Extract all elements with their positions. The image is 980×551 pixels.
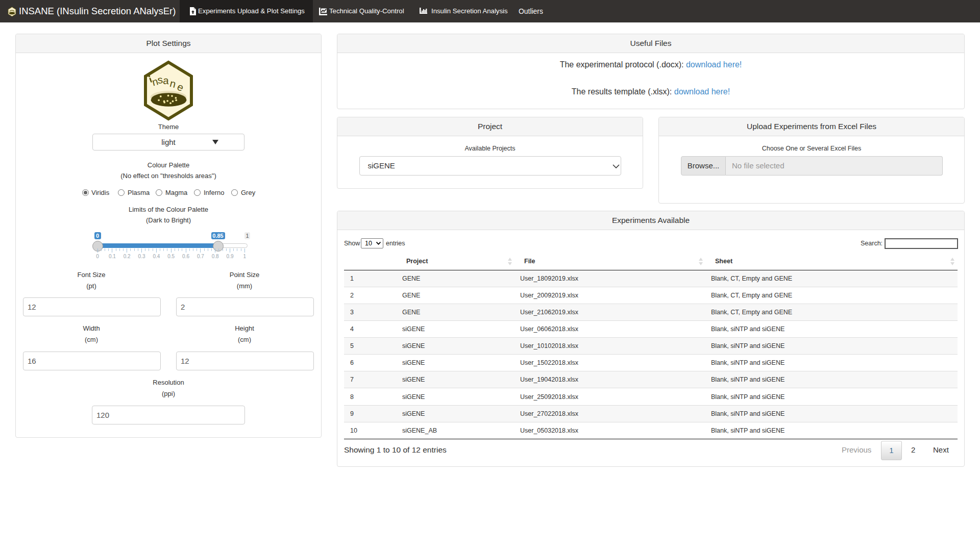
svg-text:a: a [163, 74, 169, 87]
